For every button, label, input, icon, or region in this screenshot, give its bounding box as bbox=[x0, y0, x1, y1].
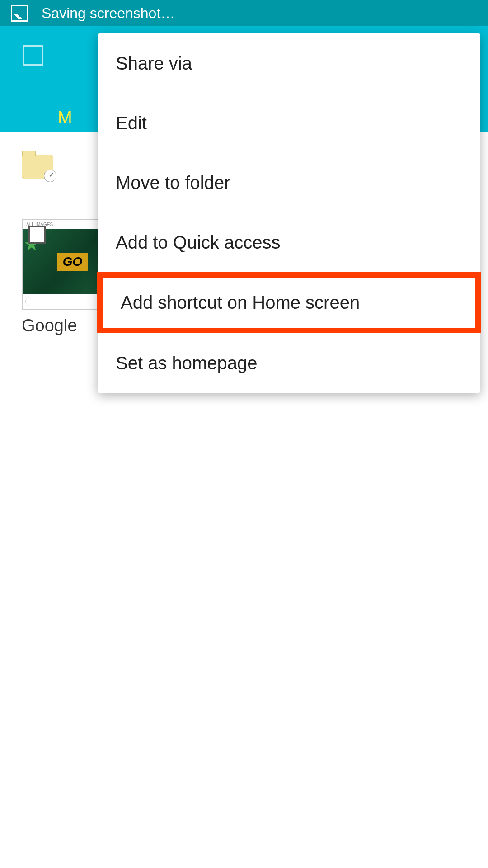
menu-share-via[interactable]: Share via bbox=[98, 33, 480, 93]
clock-icon bbox=[44, 170, 56, 182]
menu-edit[interactable]: Edit bbox=[98, 93, 480, 153]
image-icon bbox=[11, 5, 28, 22]
menu-set-homepage[interactable]: Set as homepage bbox=[98, 333, 480, 393]
status-bar: Saving screenshot… bbox=[0, 0, 488, 26]
context-menu: Share via Edit Move to folder Add to Qui… bbox=[98, 33, 480, 393]
menu-add-quick-access[interactable]: Add to Quick access bbox=[98, 212, 480, 272]
menu-move-to-folder[interactable]: Move to folder bbox=[98, 153, 480, 212]
status-text: Saving screenshot… bbox=[42, 5, 175, 22]
item-checkbox[interactable] bbox=[28, 226, 46, 244]
go-text: GO bbox=[57, 253, 88, 271]
folder-icon bbox=[22, 155, 53, 179]
menu-add-shortcut-home[interactable]: Add shortcut on Home screen bbox=[97, 272, 481, 333]
header-tab-partial[interactable]: M bbox=[58, 108, 72, 127]
select-all-checkbox[interactable] bbox=[23, 45, 43, 66]
